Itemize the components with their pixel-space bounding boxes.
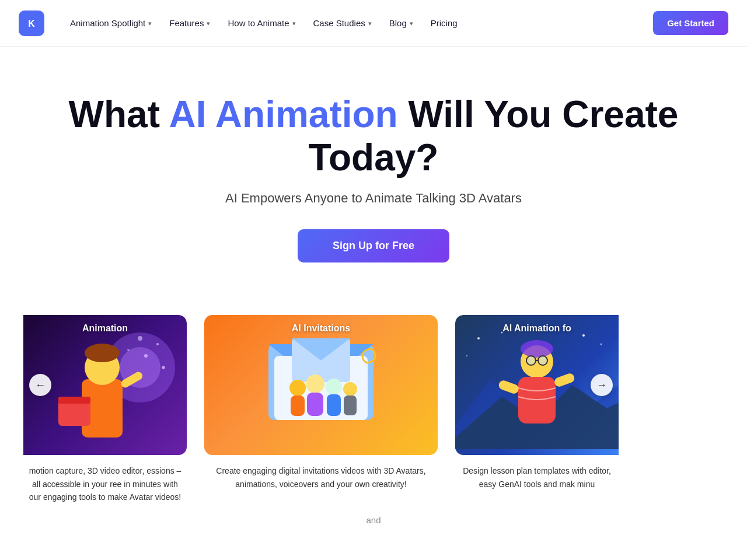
- card-center-body: Create engaging digital invitations vide…: [204, 455, 438, 491]
- svg-rect-13: [58, 397, 90, 404]
- nav-item-animation-spotlight[interactable]: Animation Spotlight ▾: [63, 13, 159, 33]
- nav-blog-label: Blog: [389, 18, 407, 28]
- chevron-down-icon: ▾: [410, 20, 413, 27]
- svg-point-34: [538, 356, 547, 365]
- nav-case-studies-label: Case Studies: [313, 18, 365, 28]
- cards-row: Animation: [23, 315, 724, 503]
- footer-hint: and: [23, 515, 724, 525]
- nav-item-pricing[interactable]: Pricing: [424, 13, 465, 33]
- card-right-description: Design lesson plan templates with editor…: [459, 464, 615, 491]
- nav-item-features[interactable]: Features ▾: [162, 13, 217, 33]
- nav-item-case-studies[interactable]: Case Studies ▾: [306, 13, 379, 33]
- hero-headline: What AI Animation Will You Create Today?: [23, 93, 724, 179]
- svg-point-33: [526, 356, 536, 365]
- hero-subtitle: AI Empowers Anyone to Animate Talking 3D…: [23, 191, 724, 206]
- nav-item-blog[interactable]: Blog ▾: [382, 13, 420, 33]
- card-center: AI Invitations: [204, 315, 438, 491]
- hero-section: What AI Animation Will You Create Today?…: [0, 47, 747, 298]
- card-left-description: motion capture, 3D video editor, essions…: [27, 464, 183, 503]
- card-center-description: Create engaging digital invitations vide…: [208, 464, 434, 491]
- nav-links: Animation Spotlight ▾ Features ▾ How to …: [63, 13, 644, 33]
- card-left-svg: [29, 321, 181, 449]
- card-right-image: AI Animation fo: [455, 315, 619, 455]
- svg-point-30: [466, 355, 467, 356]
- get-started-button[interactable]: Get Started: [653, 11, 728, 35]
- svg-point-18: [289, 380, 306, 396]
- svg-point-28: [582, 334, 585, 337]
- svg-point-22: [326, 379, 342, 395]
- svg-rect-21: [307, 393, 323, 416]
- logo[interactable]: K: [19, 10, 44, 36]
- chevron-down-icon: ▾: [292, 20, 296, 27]
- svg-point-32: [521, 340, 553, 358]
- svg-point-26: [477, 337, 480, 340]
- card-right-next-button[interactable]: →: [591, 374, 613, 396]
- nav-how-to-animate-label: How to Animate: [228, 18, 289, 28]
- svg-point-20: [306, 374, 324, 393]
- arrow-right-icon: →: [596, 379, 607, 391]
- svg-rect-23: [327, 394, 341, 416]
- nav-pricing-label: Pricing: [431, 18, 458, 28]
- card-center-label: AI Invitations: [204, 323, 438, 334]
- card-left-prev-button[interactable]: ←: [29, 374, 51, 396]
- cards-section: Animation: [0, 298, 747, 560]
- card-center-svg: [222, 321, 420, 449]
- sign-up-button[interactable]: Sign Up for Free: [298, 229, 449, 262]
- arrow-left-icon: ←: [35, 379, 46, 391]
- card-left-body: motion capture, 3D video editor, essions…: [23, 455, 187, 503]
- hero-headline-prefix: What: [69, 93, 169, 135]
- svg-point-11: [85, 344, 120, 362]
- card-center-illustration: [204, 315, 438, 455]
- navigation: K Animation Spotlight ▾ Features ▾ How t…: [0, 0, 747, 47]
- card-left-image: Animation: [23, 315, 187, 455]
- svg-point-24: [343, 382, 357, 396]
- card-right-body: Design lesson plan templates with editor…: [455, 455, 619, 491]
- card-right-label: AI Animation fo: [455, 323, 619, 334]
- card-center-image: AI Invitations: [204, 315, 438, 455]
- svg-point-29: [601, 344, 602, 345]
- nav-animation-spotlight-label: Animation Spotlight: [70, 18, 145, 28]
- card-left: Animation: [23, 315, 187, 503]
- hero-headline-highlight: AI Animation: [169, 93, 397, 135]
- nav-features-label: Features: [169, 18, 204, 28]
- chevron-down-icon: ▾: [368, 20, 372, 27]
- svg-rect-25: [344, 396, 357, 415]
- nav-item-how-to-animate[interactable]: How to Animate ▾: [221, 13, 302, 33]
- chevron-down-icon: ▾: [207, 20, 210, 27]
- svg-rect-19: [291, 396, 305, 416]
- svg-text:K: K: [28, 19, 35, 29]
- chevron-down-icon: ▾: [148, 20, 152, 27]
- card-right: AI Animation fo: [455, 315, 619, 491]
